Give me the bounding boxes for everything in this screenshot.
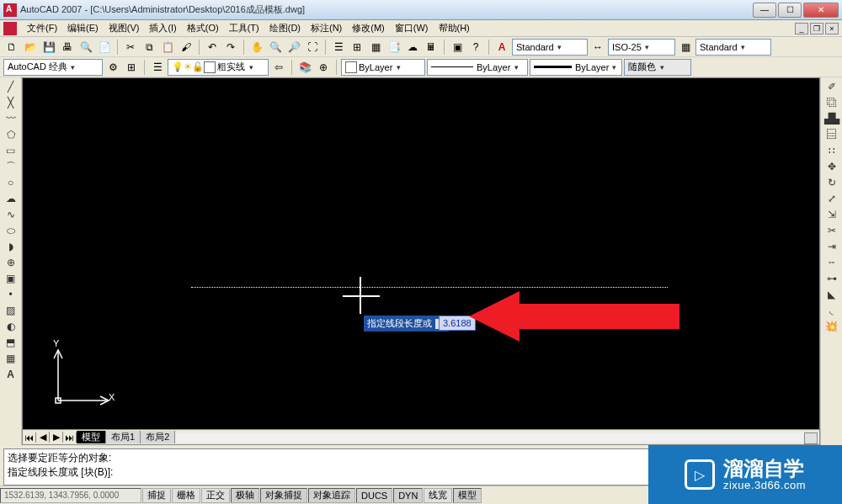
calc-icon[interactable]: 🖩: [423, 39, 440, 56]
table-icon[interactable]: ▦: [3, 351, 19, 366]
move-icon[interactable]: ✥: [823, 159, 840, 174]
region-icon[interactable]: ⬒: [3, 335, 19, 350]
line-icon[interactable]: ╱: [3, 79, 19, 94]
workspace-dropdown[interactable]: AutoCAD 经典 ▾: [3, 59, 103, 76]
arc-icon[interactable]: ⌒: [3, 159, 19, 174]
paste-icon[interactable]: 📋: [159, 39, 176, 56]
mdi-restore[interactable]: ❐: [810, 23, 823, 34]
mirror-icon[interactable]: ▟▙: [823, 111, 840, 126]
close-button[interactable]: ✕: [803, 3, 839, 18]
plotstyle-dropdown[interactable]: 随颜色 ▾: [624, 59, 691, 76]
spline-icon[interactable]: ∿: [3, 207, 19, 222]
point-icon[interactable]: •: [3, 287, 19, 302]
zoom-win-icon[interactable]: ⛶: [304, 39, 321, 56]
menu-format[interactable]: 格式(O): [182, 20, 224, 36]
polygon-icon[interactable]: ⬠: [3, 127, 19, 142]
menu-insert[interactable]: 插入(I): [144, 20, 181, 36]
menu-draw[interactable]: 绘图(D): [264, 20, 306, 36]
open-icon[interactable]: 📂: [22, 39, 39, 56]
mtext-icon[interactable]: A: [3, 367, 19, 382]
dimstyle-icon[interactable]: ↔: [589, 39, 606, 56]
markup-icon[interactable]: ☁: [404, 39, 421, 56]
circle-icon[interactable]: ○: [3, 175, 19, 190]
scale-icon[interactable]: ⤢: [823, 191, 840, 206]
status-grid[interactable]: 栅格: [172, 488, 200, 503]
menu-edit[interactable]: 编辑(E): [62, 20, 104, 36]
layer-manager-icon[interactable]: ☰: [149, 59, 166, 76]
properties-icon[interactable]: ☰: [330, 39, 347, 56]
copy-obj-icon[interactable]: ⿻: [823, 95, 840, 110]
xline-icon[interactable]: ╳: [3, 95, 19, 110]
insert-icon[interactable]: ⊕: [3, 255, 19, 270]
undo-icon[interactable]: ↶: [204, 39, 221, 56]
textstyle-icon[interactable]: A: [493, 39, 510, 56]
dim-style-dropdown[interactable]: ISO-25 ▾: [608, 39, 675, 56]
maximize-button[interactable]: ☐: [778, 3, 802, 18]
layer-tools-icon[interactable]: 📚: [296, 59, 313, 76]
fillet-icon[interactable]: ◟: [823, 303, 840, 318]
match-icon[interactable]: 🖌: [178, 39, 195, 56]
rectangle-icon[interactable]: ▭: [3, 143, 19, 158]
menu-modify[interactable]: 修改(M): [347, 20, 390, 36]
pan-icon[interactable]: ✋: [248, 39, 265, 56]
rotate-icon[interactable]: ↻: [823, 175, 840, 190]
extend-icon[interactable]: ⇥: [823, 239, 840, 254]
tablestyle-icon[interactable]: ▦: [677, 39, 694, 56]
cut-icon[interactable]: ✂: [122, 39, 139, 56]
minimize-button[interactable]: —: [753, 3, 776, 18]
dynamic-input[interactable]: 3.6188: [439, 316, 476, 331]
status-dyn[interactable]: DYN: [393, 488, 423, 503]
save-icon[interactable]: 💾: [40, 39, 57, 56]
offset-icon[interactable]: ⿳: [823, 127, 840, 142]
revcloud-icon[interactable]: ☁: [3, 191, 19, 206]
menu-dimension[interactable]: 标注(N): [306, 20, 347, 36]
new-icon[interactable]: 🗋: [3, 39, 20, 56]
status-model[interactable]: 模型: [453, 488, 482, 503]
tab-prev-icon[interactable]: ◀: [36, 432, 50, 443]
preview-icon[interactable]: 🔍: [77, 39, 94, 56]
hscrollbar[interactable]: [175, 432, 819, 443]
stretch-icon[interactable]: ⇲: [823, 207, 840, 222]
tab-next-icon[interactable]: ▶: [50, 432, 63, 443]
tab-first-icon[interactable]: ⏮: [23, 432, 36, 443]
sheetset-icon[interactable]: 📑: [386, 39, 402, 56]
layer-state-icon[interactable]: ⊕: [315, 59, 332, 76]
zoom-rt-icon[interactable]: 🔍: [267, 39, 284, 56]
tab-layout1[interactable]: 布局1: [106, 431, 141, 443]
ellipse-icon[interactable]: ⬭: [3, 223, 19, 238]
coordinate-readout[interactable]: 1532.6139, 1343.7956, 0.0000: [0, 488, 141, 503]
linetype-dropdown[interactable]: ByLayer ▾: [427, 59, 528, 76]
mdi-close[interactable]: ×: [825, 23, 839, 34]
menu-help[interactable]: 帮助(H): [434, 20, 475, 36]
status-otrack[interactable]: 对象追踪: [308, 488, 355, 503]
color-dropdown[interactable]: ByLayer ▾: [341, 59, 425, 76]
table-style-dropdown[interactable]: Standard ▾: [695, 39, 771, 56]
break-icon[interactable]: ╌: [823, 255, 840, 270]
layer-dropdown[interactable]: 💡 ☀ 🔓 粗实线 ▾: [168, 59, 269, 76]
status-lwt[interactable]: 线宽: [424, 488, 452, 503]
redo-icon[interactable]: ↷: [222, 39, 239, 56]
drawing-canvas[interactable]: 指定线段长度或 ▾ 3.6188 Y X: [23, 78, 819, 429]
dcenter-icon[interactable]: ⊞: [349, 39, 365, 56]
block-icon[interactable]: ▣: [449, 39, 466, 56]
publish-icon[interactable]: 📄: [96, 39, 113, 56]
zoom-prev-icon[interactable]: 🔎: [285, 39, 302, 56]
hatch-icon[interactable]: ▨: [3, 303, 19, 318]
array-icon[interactable]: ∷: [823, 143, 840, 158]
tab-layout2[interactable]: 布局2: [141, 431, 175, 443]
status-snap[interactable]: 捕捉: [142, 488, 171, 503]
menu-window[interactable]: 窗口(W): [390, 20, 434, 36]
status-polar[interactable]: 极轴: [231, 488, 259, 503]
toolpalette-icon[interactable]: ▦: [367, 39, 384, 56]
gradient-icon[interactable]: ◐: [3, 319, 19, 334]
text-style-dropdown[interactable]: Standard ▾: [512, 39, 588, 56]
menu-file[interactable]: 文件(F): [22, 20, 62, 36]
status-osnap[interactable]: 对象捕捉: [260, 488, 307, 503]
chamfer-icon[interactable]: ◣: [823, 287, 840, 302]
makeblock-icon[interactable]: ▣: [3, 271, 19, 286]
trim-icon[interactable]: ✂: [823, 223, 840, 238]
status-ducs[interactable]: DUCS: [356, 488, 392, 503]
explode-icon[interactable]: 💥: [823, 319, 840, 334]
polyline-icon[interactable]: 〰: [3, 111, 19, 126]
lineweight-dropdown[interactable]: ByLayer ▾: [530, 59, 622, 76]
